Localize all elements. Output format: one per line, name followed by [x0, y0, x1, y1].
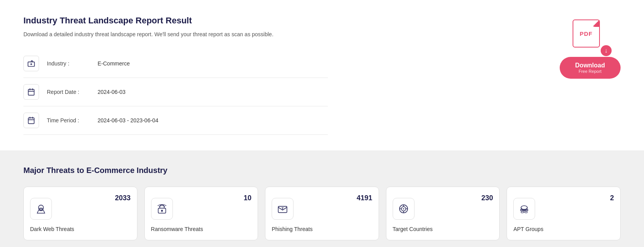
report-date-label: Report Date : [47, 89, 98, 95]
apt-groups-icon-box [513, 198, 535, 220]
page-description: Download a detailed industry threat land… [23, 30, 281, 39]
dark-web-label: Dark Web Threats [30, 226, 74, 232]
dark-web-icon-box [30, 198, 52, 220]
top-section: Industry Threat Landscape Report Result … [0, 0, 644, 150]
svg-rect-3 [28, 89, 34, 95]
ransomware-count: 10 [244, 194, 251, 202]
svg-rect-28 [521, 211, 523, 213]
time-period-calendar-icon [27, 116, 35, 124]
industry-row: Industry : E-Commerce [23, 49, 328, 78]
apt-groups-icon [518, 203, 530, 215]
pdf-text-label: PDF [580, 30, 592, 37]
ransomware-icon-box [151, 198, 173, 220]
industry-value: E-Commerce [98, 60, 130, 67]
apt-groups-card: 2 APT Groups [507, 187, 621, 240]
dark-web-card: 2033 Dark Web Threats [23, 187, 137, 240]
svg-point-26 [521, 206, 527, 210]
ransomware-card: 10 Ransomware Threats [144, 187, 258, 240]
ransomware-icon [156, 203, 168, 215]
dark-web-count: 2033 [115, 194, 131, 202]
download-sub-label: Free Report [578, 69, 601, 74]
time-period-icon-box [23, 113, 39, 128]
target-countries-card: 230 Target Countries [386, 187, 500, 240]
svg-point-21 [403, 208, 404, 209]
apt-groups-label: APT Groups [513, 226, 543, 232]
pdf-icon-wrapper: PDF ↓ [573, 19, 608, 51]
report-date-row: Report Date : 2024-06-03 [23, 78, 328, 106]
svg-rect-29 [525, 211, 527, 213]
time-period-row: Time Period : 2024-06-03 - 2023-06-04 [23, 106, 328, 135]
right-content: PDF ↓ Download Free Report [560, 19, 621, 79]
threat-cards-row: 2033 Dark Web Threats 10 [23, 187, 621, 240]
pdf-document-icon: PDF [573, 19, 600, 48]
target-countries-icon-box [393, 198, 415, 220]
bottom-section: Major Threats to E-Commerce Industry 203… [0, 150, 644, 247]
report-date-icon-box [23, 84, 39, 100]
calendar-icon [27, 88, 35, 96]
phishing-icon-box [272, 198, 294, 220]
download-button[interactable]: Download Free Report [560, 57, 621, 79]
target-countries-icon [397, 203, 410, 215]
apt-groups-count: 2 [610, 194, 614, 202]
phishing-count: 4191 [357, 194, 372, 202]
download-label: Download [575, 62, 605, 69]
time-period-label: Time Period : [47, 117, 98, 124]
page-title: Industry Threat Landscape Report Result [23, 16, 328, 26]
report-date-value: 2024-06-03 [98, 89, 126, 95]
dark-web-icon [35, 203, 47, 215]
threats-section-title: Major Threats to E-Commerce Industry [23, 166, 621, 175]
target-countries-count: 230 [481, 194, 493, 202]
phishing-card: 4191 Phishing Threats [265, 187, 379, 240]
phishing-label: Phishing Threats [272, 226, 313, 232]
left-content: Industry Threat Landscape Report Result … [23, 16, 328, 135]
industry-icon-box [23, 56, 39, 71]
pdf-download-arrow: ↓ [601, 45, 612, 56]
industry-label: Industry : [47, 60, 98, 67]
svg-rect-7 [28, 118, 34, 124]
time-period-value: 2024-06-03 - 2023-06-04 [98, 117, 158, 124]
phishing-icon [276, 203, 289, 215]
industry-icon [27, 60, 35, 67]
target-countries-label: Target Countries [393, 226, 433, 232]
svg-point-16 [161, 210, 163, 212]
ransomware-label: Ransomware Threats [151, 226, 203, 232]
